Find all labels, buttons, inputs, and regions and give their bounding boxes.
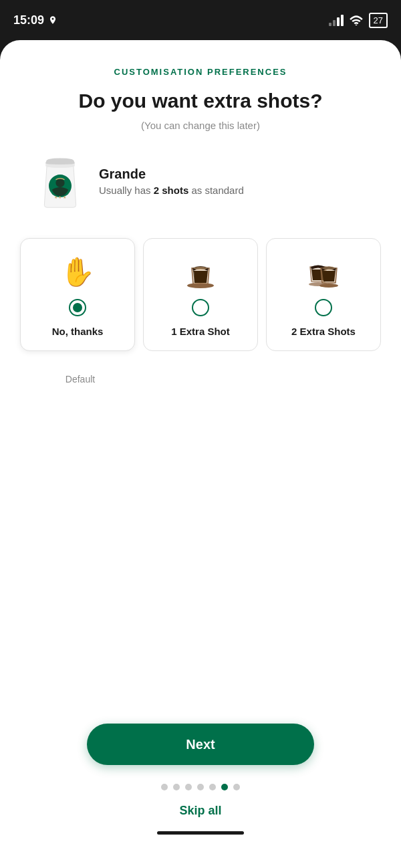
wifi-icon <box>349 15 364 25</box>
battery-icon: 27 <box>369 13 388 28</box>
main-card: CUSTOMISATION PREFERENCES Do you want ex… <box>0 40 401 868</box>
svg-point-2 <box>55 178 64 187</box>
option-one-shot-label: 1 Extra Shot <box>171 326 230 337</box>
location-icon <box>48 15 57 25</box>
cup-container: ★ ★ ★ <box>33 151 87 211</box>
option-no-thanks[interactable]: ✋ No, thanks <box>20 238 135 351</box>
svg-point-6 <box>319 284 338 288</box>
pagination-dot-3 <box>185 784 192 790</box>
default-badge: Default <box>65 374 95 385</box>
option-one-shot-icon <box>184 255 217 290</box>
status-icons: 27 <box>329 13 388 28</box>
product-name: Grande <box>99 167 244 182</box>
status-bar: 15:09 27 <box>0 0 401 40</box>
option-one-shot-radio <box>192 299 209 316</box>
option-two-shots-radio <box>315 299 332 316</box>
pagination-dot-6 <box>221 784 228 790</box>
option-no-thanks-radio <box>69 299 86 316</box>
starbucks-cup-image: ★ ★ ★ <box>37 153 84 210</box>
home-indicator <box>157 831 244 835</box>
skip-all-button[interactable]: Skip all <box>179 804 221 818</box>
svg-text:★ ★ ★: ★ ★ ★ <box>54 195 66 199</box>
option-two-shots[interactable]: 2 Extra Shots <box>266 238 381 351</box>
svg-point-0 <box>355 25 357 25</box>
option-one-shot[interactable]: 1 Extra Shot <box>143 238 258 351</box>
options-grid: ✋ No, thanks <box>20 238 381 351</box>
pagination-dot-7 <box>233 784 240 790</box>
page-subtitle: (You can change this later) <box>141 120 260 131</box>
next-button[interactable]: Next <box>87 724 314 765</box>
pagination-dot-2 <box>173 784 180 790</box>
option-two-shots-label: 2 Extra Shots <box>291 326 356 337</box>
pagination-dot-4 <box>197 784 204 790</box>
pagination-dot-1 <box>161 784 168 790</box>
product-info: ★ ★ ★ Grande Usually has 2 shots as stan… <box>20 151 244 211</box>
product-description: Usually has 2 shots as standard <box>99 185 244 196</box>
customisation-label: CUSTOMISATION PREFERENCES <box>114 67 287 77</box>
option-no-thanks-label: No, thanks <box>52 326 104 337</box>
product-text: Grande Usually has 2 shots as standard <box>99 167 244 196</box>
status-time: 15:09 <box>13 13 57 27</box>
pagination-dots <box>161 784 240 790</box>
option-two-shots-icon <box>303 255 344 290</box>
signal-bars <box>329 15 344 26</box>
page-title: Do you want extra shots? <box>78 89 322 113</box>
option-no-thanks-icon: ✋ <box>60 255 95 290</box>
pagination-dot-5 <box>209 784 216 790</box>
